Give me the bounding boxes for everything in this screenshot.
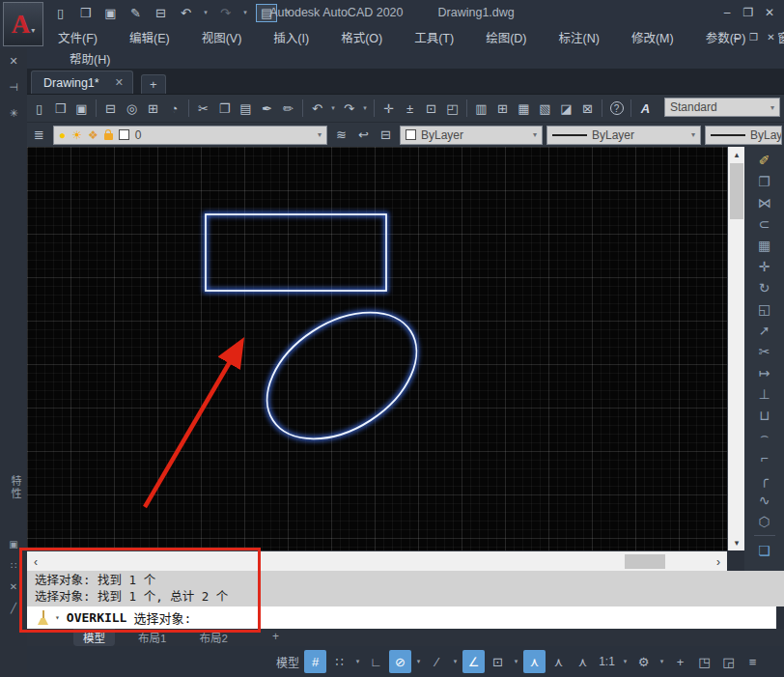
annotation-visibility-icon[interactable]: ⋏ <box>523 650 546 673</box>
break-icon[interactable]: ⊔ <box>753 405 776 425</box>
polar-tracking-icon[interactable]: ⊘ <box>389 650 411 673</box>
palette-anchor-icon[interactable]: ▣ <box>4 536 24 551</box>
pencil-small-icon[interactable]: ╱ <box>4 600 24 615</box>
lineweight-combo[interactable]: ByLayer <box>705 126 782 145</box>
layers-panel-icon[interactable]: ❏ <box>753 540 776 560</box>
new-file-icon[interactable]: ▯ <box>50 2 70 23</box>
snap-icon[interactable]: ∷ <box>328 650 350 673</box>
annotation-scale-icon[interactable]: ⋏ <box>572 650 594 673</box>
scale-icon[interactable]: ◱ <box>753 298 776 319</box>
redo-caret[interactable]: ▾ <box>240 2 250 23</box>
chamfer-icon[interactable]: ⌐ <box>753 447 776 467</box>
markup-set-icon[interactable]: ◪ <box>556 98 576 119</box>
offset-icon[interactable]: ⊂ <box>753 213 776 234</box>
properties-palette-tab[interactable]: 特性 <box>8 475 23 500</box>
text-style-icon[interactable]: A <box>635 98 656 119</box>
snap-caret[interactable]: ▾ <box>352 650 363 673</box>
crosshair-icon[interactable]: + <box>669 650 691 673</box>
close-button[interactable]: ✕ <box>761 2 778 23</box>
blend-curves-icon[interactable]: ∿ <box>753 490 776 510</box>
fillet-icon[interactable]: ╭ <box>753 468 776 489</box>
new-tab-button[interactable]: + <box>141 74 166 94</box>
menu-item[interactable]: 窗口(W) <box>777 28 784 46</box>
doc-restore-button[interactable]: ❐ <box>746 29 761 44</box>
cut-icon[interactable]: ✂ <box>193 98 213 119</box>
chevron-down-icon[interactable]: ▾ <box>55 613 60 622</box>
isodraft-caret[interactable]: ▾ <box>450 650 461 673</box>
scroll-up-icon[interactable]: ▴ <box>728 147 745 162</box>
mirror-icon[interactable]: ⋈ <box>753 192 776 212</box>
annotation-scale-label[interactable]: 1:1 <box>596 650 618 673</box>
save-icon[interactable]: ▣ <box>71 98 92 119</box>
trim-icon[interactable]: ✂ <box>753 341 776 361</box>
model-space-button[interactable]: 模型 <box>273 650 302 673</box>
object-color-combo[interactable]: ByLayer ▾ <box>400 126 543 145</box>
3d-dwf-icon[interactable]: ◔ <box>164 98 184 119</box>
otrack-icon[interactable]: ∠ <box>462 650 485 673</box>
autohide-icon[interactable]: ⊣ <box>4 78 24 96</box>
save-as-icon[interactable]: ✎ <box>126 2 146 23</box>
layers-stack-icon[interactable]: ≋ <box>331 125 351 146</box>
grid-icon[interactable]: # <box>304 650 326 673</box>
help-icon[interactable]: ? <box>606 98 627 119</box>
properties-gear-icon[interactable]: ✳ <box>4 104 24 122</box>
quickcalc-icon[interactable]: ⊠ <box>577 98 598 119</box>
open-folder-icon[interactable]: ❒ <box>50 98 70 119</box>
menu-item[interactable]: 编辑(E) <box>129 28 170 46</box>
isolate-objects-icon[interactable]: ◳ <box>693 650 715 673</box>
horizontal-scroll-thumb[interactable] <box>625 554 665 569</box>
menu-item-help[interactable]: 帮助(H) <box>70 49 110 68</box>
close-icon[interactable]: ✕ <box>4 52 24 70</box>
print-icon[interactable]: ⊟ <box>151 2 171 23</box>
autocad-logo-button[interactable]: A ▾ <box>3 2 43 46</box>
scroll-down-icon[interactable]: ▾ <box>728 535 745 550</box>
extend-icon[interactable]: ↦ <box>753 362 776 382</box>
match-properties-icon[interactable]: ✒ <box>257 98 277 119</box>
customization-menu-icon[interactable]: ≡ <box>742 650 764 673</box>
new-file-icon[interactable]: ▯ <box>29 98 49 119</box>
designcenter-icon[interactable]: ⊞ <box>492 98 513 119</box>
annotation-autoscale-icon[interactable]: ⋏ <box>547 650 570 673</box>
layer-combo[interactable]: ● ☀ ❖ 0 ▾ <box>53 126 327 145</box>
menu-item[interactable]: 绘图(D) <box>486 28 526 46</box>
layout2-tab[interactable]: 布局2 <box>189 629 237 646</box>
tab-close-icon[interactable]: ✕ <box>115 76 124 89</box>
break-at-point-icon[interactable]: ⊥ <box>753 383 776 404</box>
scale-caret[interactable]: ▾ <box>620 650 630 673</box>
vertical-scroll-thumb[interactable] <box>730 163 743 219</box>
menu-item[interactable]: 视图(V) <box>202 28 242 46</box>
osnap-caret[interactable]: ▾ <box>511 650 521 673</box>
horizontal-scrollbar[interactable]: ‹ › <box>27 550 727 571</box>
pan-icon[interactable]: ✛ <box>378 98 399 119</box>
explode-icon[interactable]: ⬡ <box>753 511 776 531</box>
zoom-window-icon[interactable]: ⊡ <box>421 98 441 119</box>
workspace-icon[interactable]: ▤ <box>255 2 278 23</box>
menu-item[interactable]: 工具(T) <box>414 28 454 46</box>
join-icon[interactable]: ⌢ <box>753 426 776 446</box>
polar-caret[interactable]: ▾ <box>413 650 424 673</box>
tool-palettes-icon[interactable]: ▦ <box>514 98 534 119</box>
minimize-button[interactable]: – <box>718 2 736 23</box>
array-icon[interactable]: ▦ <box>753 235 776 255</box>
undo-caret[interactable]: ▾ <box>328 98 338 119</box>
layer-previous-icon[interactable]: ↩ <box>353 125 374 146</box>
undo-icon[interactable]: ↶ <box>176 2 196 23</box>
doc-minimize-button[interactable]: – <box>729 29 743 44</box>
layout1-tab[interactable]: 布局1 <box>128 629 176 646</box>
clean-screen-icon[interactable]: ◲ <box>717 650 740 673</box>
settings-gear-icon[interactable]: ⚙ <box>632 650 655 673</box>
print-icon[interactable]: ⊟ <box>100 98 121 119</box>
add-layout-button[interactable]: + <box>272 630 279 643</box>
doc-close-button[interactable]: ✕ <box>764 29 778 44</box>
copy-icon[interactable]: ❐ <box>753 171 776 191</box>
model-tab[interactable]: 模型 <box>73 629 115 646</box>
menu-item[interactable]: 修改(M) <box>631 28 674 46</box>
gear-caret[interactable]: ▾ <box>657 650 667 673</box>
stretch-icon[interactable]: ➚ <box>753 320 776 340</box>
menu-item[interactable]: 格式(O) <box>341 28 382 46</box>
qat-menu-caret[interactable]: ▾ <box>283 2 293 23</box>
vertical-scrollbar[interactable]: ▴ ▾ <box>727 147 744 550</box>
zoom-realtime-icon[interactable]: ± <box>400 98 420 119</box>
file-tab-drawing1[interactable]: Drawing1* ✕ <box>31 71 133 94</box>
rotate-icon[interactable]: ↻ <box>753 277 776 297</box>
